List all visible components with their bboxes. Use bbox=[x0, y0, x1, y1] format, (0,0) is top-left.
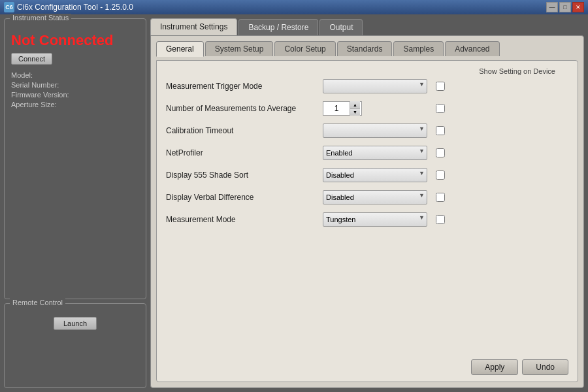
measurement-trigger-mode-select[interactable] bbox=[323, 79, 427, 93]
inner-tab-color-setup[interactable]: Color Setup bbox=[274, 41, 335, 56]
connect-button[interactable]: Connect bbox=[11, 53, 52, 65]
display-555-label: Display 555 Shade Sort bbox=[166, 171, 323, 180]
connection-status: Not Connected bbox=[11, 32, 139, 49]
calibration-timeout-checkbox-wrapper bbox=[427, 126, 453, 135]
tab-backup-restore[interactable]: Backup / Restore bbox=[238, 19, 318, 35]
remote-control-title: Remote Control bbox=[10, 299, 65, 306]
right-panel: Instrument Settings Backup / Restore Out… bbox=[150, 18, 584, 388]
instrument-status-group: Instrument Status Not Connected Connect … bbox=[4, 18, 146, 299]
display-555-checkbox[interactable] bbox=[436, 171, 445, 180]
netprofiler-control: Enabled Disabled bbox=[323, 146, 427, 160]
show-setting-header: Show Setting on Device bbox=[166, 67, 568, 75]
launch-button[interactable]: Launch bbox=[54, 317, 97, 330]
display-verbal-label: Display Verbal Difference bbox=[166, 193, 323, 202]
display-555-select-wrapper: Enabled Disabled bbox=[323, 168, 427, 182]
measurement-mode-checkbox[interactable] bbox=[436, 215, 445, 224]
measurement-mode-select-wrapper: Tungsten Xenon UV Excluded bbox=[323, 212, 427, 227]
measurement-trigger-mode-row: Measurement Trigger Mode bbox=[166, 79, 568, 93]
calibration-timeout-control bbox=[323, 123, 427, 138]
display-555-checkbox-wrapper bbox=[427, 171, 453, 180]
netprofiler-checkbox-wrapper bbox=[427, 148, 453, 157]
calibration-timeout-row: Calibration Timeout bbox=[166, 123, 568, 138]
netprofiler-label: NetProfiler bbox=[166, 148, 323, 157]
netprofiler-row: NetProfiler Enabled Disabled bbox=[166, 146, 568, 160]
top-tabs: Instrument Settings Backup / Restore Out… bbox=[150, 18, 584, 35]
spinner-up-button[interactable]: ▲ bbox=[350, 101, 360, 109]
display-verbal-checkbox-wrapper bbox=[427, 193, 453, 202]
measurement-trigger-mode-checkbox-wrapper bbox=[427, 82, 453, 91]
firmware-label: Firmware Version: bbox=[11, 91, 139, 99]
instrument-status-title: Instrument Status bbox=[10, 14, 71, 22]
inner-tab-general[interactable]: General bbox=[156, 41, 204, 57]
netprofiler-select[interactable]: Enabled Disabled bbox=[323, 146, 427, 160]
maximize-button[interactable]: □ bbox=[559, 2, 571, 12]
num-measurements-checkbox-wrapper bbox=[427, 104, 453, 113]
num-measurements-checkbox[interactable] bbox=[436, 104, 445, 113]
app-icon: C6 bbox=[4, 2, 14, 12]
num-measurements-control: ▲ ▼ bbox=[323, 101, 427, 116]
num-measurements-label: Number of Measurements to Average bbox=[166, 104, 323, 113]
inner-tab-standards[interactable]: Standards bbox=[337, 41, 393, 56]
main-content: Instrument Status Not Connected Connect … bbox=[0, 14, 588, 392]
measurement-trigger-mode-checkbox[interactable] bbox=[436, 82, 445, 91]
num-measurements-spinner: ▲ ▼ bbox=[323, 101, 362, 116]
display-verbal-control: Enabled Disabled bbox=[323, 190, 427, 204]
inner-tab-system-setup[interactable]: System Setup bbox=[205, 41, 274, 56]
netprofiler-select-wrapper: Enabled Disabled bbox=[323, 146, 427, 160]
calibration-timeout-select[interactable] bbox=[323, 123, 427, 138]
aperture-label: Aperture Size: bbox=[11, 101, 139, 108]
display-555-control: Enabled Disabled bbox=[323, 168, 427, 182]
bottom-buttons: Apply Undo bbox=[166, 354, 568, 375]
serial-label: Serial Number: bbox=[11, 81, 139, 89]
close-button[interactable]: ✕ bbox=[572, 2, 584, 12]
title-bar: C6 Ci6x Configuration Tool - 1.25.0.0 — … bbox=[0, 0, 588, 14]
measurement-trigger-mode-select-wrapper bbox=[323, 79, 427, 93]
inner-tab-samples[interactable]: Samples bbox=[393, 41, 444, 56]
calibration-timeout-label: Calibration Timeout bbox=[166, 126, 323, 135]
measurement-mode-label: Measurement Mode bbox=[166, 215, 323, 224]
model-label: Model: bbox=[11, 71, 139, 79]
window-title: Ci6x Configuration Tool - 1.25.0.0 bbox=[17, 3, 133, 12]
measurement-trigger-mode-label: Measurement Trigger Mode bbox=[166, 82, 323, 91]
display-verbal-checkbox[interactable] bbox=[436, 193, 445, 202]
undo-button[interactable]: Undo bbox=[522, 359, 568, 375]
left-panel: Instrument Status Not Connected Connect … bbox=[4, 18, 146, 388]
measurement-mode-control: Tungsten Xenon UV Excluded bbox=[323, 212, 427, 227]
calibration-timeout-checkbox[interactable] bbox=[436, 126, 445, 135]
num-measurements-row: Number of Measurements to Average ▲ ▼ bbox=[166, 101, 568, 116]
apply-button[interactable]: Apply bbox=[471, 359, 518, 375]
display-verbal-row: Display Verbal Difference Enabled Disabl… bbox=[166, 190, 568, 204]
measurement-mode-checkbox-wrapper bbox=[427, 215, 453, 224]
settings-area: Show Setting on Device Measurement Trigg… bbox=[156, 60, 578, 382]
display-verbal-select-wrapper: Enabled Disabled bbox=[323, 190, 427, 204]
num-measurements-input[interactable] bbox=[323, 104, 350, 113]
calibration-timeout-select-wrapper bbox=[323, 123, 427, 138]
spinner-buttons: ▲ ▼ bbox=[350, 101, 360, 116]
tab-output[interactable]: Output bbox=[319, 19, 363, 35]
remote-control-group: Remote Control Launch bbox=[4, 303, 146, 388]
tab-content-area: General System Setup Color Setup Standar… bbox=[150, 35, 584, 388]
title-bar-buttons: — □ ✕ bbox=[546, 2, 584, 12]
measurement-trigger-mode-control bbox=[323, 79, 427, 93]
measurement-mode-select[interactable]: Tungsten Xenon UV Excluded bbox=[323, 212, 427, 227]
tab-instrument-settings[interactable]: Instrument Settings bbox=[150, 18, 237, 35]
netprofiler-checkbox[interactable] bbox=[436, 148, 445, 157]
display-555-row: Display 555 Shade Sort Enabled Disabled bbox=[166, 168, 568, 182]
inner-tab-advanced[interactable]: Advanced bbox=[445, 41, 499, 56]
display-verbal-select[interactable]: Enabled Disabled bbox=[323, 190, 427, 204]
inner-tabs: General System Setup Color Setup Standar… bbox=[156, 41, 578, 56]
spinner-down-button[interactable]: ▼ bbox=[350, 109, 360, 116]
measurement-mode-row: Measurement Mode Tungsten Xenon UV Exclu… bbox=[166, 212, 568, 227]
display-555-select[interactable]: Enabled Disabled bbox=[323, 168, 427, 182]
minimize-button[interactable]: — bbox=[546, 2, 558, 12]
